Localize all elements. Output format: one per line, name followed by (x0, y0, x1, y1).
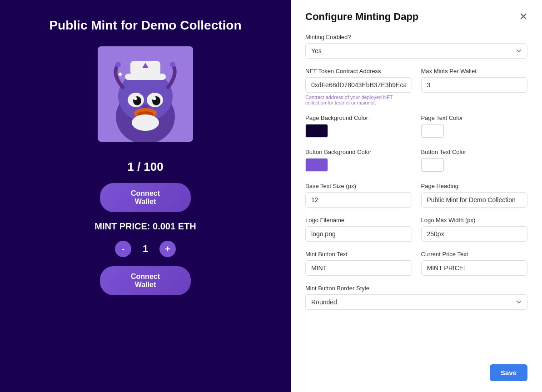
page-text-color-section: Page Text Color (421, 114, 528, 139)
page-heading-section: Page Heading (421, 183, 528, 208)
max-mints-section: Max Mints Per Wallet (421, 68, 528, 105)
logo-max-width-input[interactable] (421, 226, 528, 242)
button-bg-color-label: Button Background Color (305, 149, 412, 155)
mint-button-text-section: Mint Button Text (305, 251, 412, 276)
minting-enabled-select[interactable]: Yes No (305, 43, 527, 59)
button-bg-color-swatch[interactable] (305, 158, 328, 172)
mint-border-style-section: Mint Button Border Style Rounded Square … (305, 285, 527, 310)
logo-max-width-section: Logo Max Width (px) (421, 217, 528, 242)
text-size-heading-row: Base Text Size (px) Page Heading (305, 183, 527, 217)
left-panel: Public Mint for Demo Collection (0, 0, 291, 392)
panel-header: Configure Minting Dapp ✕ (305, 11, 527, 23)
save-button[interactable]: Save (490, 364, 527, 381)
page-bg-color-swatch[interactable] (305, 124, 328, 138)
current-price-text-label: Current Price Text (421, 251, 528, 258)
minting-enabled-section: Minting Enabled? Yes No (305, 34, 527, 59)
current-price-text-input[interactable] (421, 260, 528, 276)
max-mints-input[interactable] (421, 77, 528, 93)
page-title: Public Mint for Demo Collection (49, 18, 241, 33)
connect-wallet-button-top[interactable]: Connect Wallet (100, 183, 191, 212)
quantity-value: 1 (139, 243, 152, 255)
colors-row: Page Background Color Page Text Color (305, 114, 527, 149)
nft-contract-hint: Contract address of your deployed NFT co… (305, 94, 412, 105)
base-text-size-section: Base Text Size (px) (305, 183, 412, 208)
current-price-text-section: Current Price Text (421, 251, 528, 276)
svg-point-17 (170, 62, 175, 67)
minting-enabled-label: Minting Enabled? (305, 34, 527, 40)
button-text-color-section: Button Text Color (421, 149, 528, 174)
page-text-color-swatch[interactable] (421, 124, 444, 138)
nft-image: ✦ (98, 46, 193, 142)
panel-title: Configure Minting Dapp (305, 11, 418, 23)
mint-button-text-input[interactable] (305, 260, 412, 276)
page-bg-color-section: Page Background Color (305, 114, 412, 139)
button-text-color-swatch[interactable] (421, 158, 444, 172)
logo-filename-label: Logo Filename (305, 217, 412, 223)
logo-filename-input[interactable] (305, 226, 412, 242)
base-text-size-input[interactable] (305, 192, 412, 208)
page-heading-label: Page Heading (421, 183, 528, 189)
page-bg-color-label: Page Background Color (305, 114, 412, 121)
nft-contract-label: NFT Token Contract Address (305, 68, 412, 74)
right-panel: Configure Minting Dapp ✕ Minting Enabled… (291, 0, 542, 392)
contract-maxmints-row: NFT Token Contract Address Contract addr… (305, 68, 527, 114)
page-text-color-label: Page Text Color (421, 114, 528, 121)
quantity-control: - 1 + (115, 241, 176, 257)
page-heading-input[interactable] (421, 192, 528, 208)
nft-contract-section: NFT Token Contract Address Contract addr… (305, 68, 412, 105)
button-text-color-label: Button Text Color (421, 149, 528, 155)
logo-row: Logo Filename Logo Max Width (px) (305, 217, 527, 251)
logo-filename-section: Logo Filename (305, 217, 412, 242)
base-text-size-label: Base Text Size (px) (305, 183, 412, 189)
decrement-button[interactable]: - (115, 241, 131, 257)
svg-point-15 (132, 114, 159, 131)
svg-point-11 (153, 97, 156, 100)
mint-text-row: Mint Button Text Current Price Text (305, 251, 527, 285)
mint-price: MINT PRICE: 0.001 ETH (94, 221, 196, 232)
svg-point-10 (134, 97, 137, 100)
svg-point-16 (115, 62, 121, 67)
mint-count: 1 / 100 (127, 160, 164, 174)
max-mints-label: Max Mints Per Wallet (421, 68, 528, 74)
mint-button-text-label: Mint Button Text (305, 251, 412, 258)
nft-contract-input[interactable] (305, 77, 412, 93)
logo-max-width-label: Logo Max Width (px) (421, 217, 528, 223)
svg-text:✦: ✦ (117, 70, 124, 79)
close-button[interactable]: ✕ (519, 12, 527, 22)
mint-border-style-select[interactable]: Rounded Square Pill (305, 294, 527, 310)
connect-wallet-button-bottom[interactable]: Connect Wallet (100, 266, 191, 295)
button-bg-color-section: Button Background Color (305, 149, 412, 174)
button-colors-row: Button Background Color Button Text Colo… (305, 149, 527, 183)
mint-border-style-label: Mint Button Border Style (305, 285, 527, 292)
increment-button[interactable]: + (159, 241, 176, 257)
